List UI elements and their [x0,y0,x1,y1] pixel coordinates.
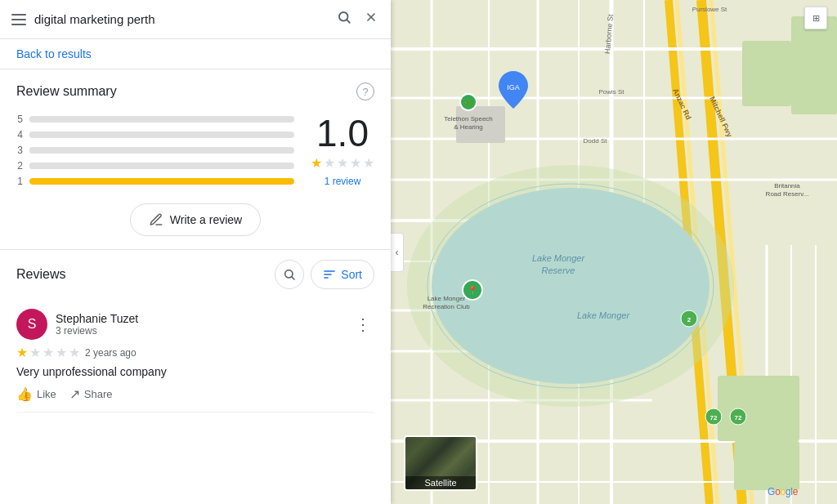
svg-rect-34 [742,41,791,106]
share-button[interactable]: ↗ Share [69,386,113,402]
svg-text:Purslowe St: Purslowe St [692,6,727,13]
svg-text:📍: 📍 [468,285,478,296]
svg-line-1 [347,20,349,22]
reviewer-name: Stephanie Tuzet [56,312,343,325]
collapse-panel-button[interactable]: ‹ [391,233,404,272]
search-input-wrap [34,12,327,26]
bar-fill [29,163,34,169]
svg-text:🌿: 🌿 [464,99,472,107]
like-label: Like [37,388,56,400]
star: ★ [363,155,374,171]
reviews-header: Reviews Sort [16,260,374,289]
svg-text:2: 2 [687,316,692,323]
share-icon: ↗ [69,386,80,402]
clear-search-button[interactable] [361,7,381,31]
rating-bar-row: 5 [16,114,294,125]
svg-rect-37 [734,441,799,490]
reviews-title: Reviews [16,267,65,282]
bar-fill [29,116,34,123]
close-icon [365,11,378,24]
svg-rect-35 [791,16,837,114]
reviewer-header: S Stephanie Tuzet 3 reviews ⋮ [16,309,374,340]
back-to-results-link[interactable]: Back to results [0,39,391,69]
bar-fill [29,147,34,154]
star: ★ [324,155,335,171]
rating-bar-row: 1 [16,176,294,187]
sort-icon [323,268,336,281]
reviewer-meta: 3 reviews [56,325,343,337]
review-star: ★ [69,345,80,360]
svg-point-33 [407,165,734,407]
search-bar [0,0,391,39]
bar-label: 2 [16,160,23,172]
write-review-button[interactable]: Write a review [130,203,261,236]
left-panel: Back to results Review summary ? 5 4 3 [0,0,391,504]
review-more-button[interactable]: ⋮ [351,311,374,337]
bar-label: 4 [16,129,23,140]
svg-text:& Hearing: & Hearing [454,123,483,131]
review-star: ★ [29,345,41,360]
svg-text:Lake Monger: Lake Monger [532,253,586,263]
bar-fill [29,132,34,138]
actions-row: Write a review [0,197,391,250]
svg-rect-36 [718,376,799,441]
map-layers-button[interactable]: ⊞ [804,7,827,29]
reviews-section: Reviews Sort S Steph [0,250,391,413]
svg-text:Dodd St: Dodd St [584,137,608,145]
review-star: ★ [16,345,28,360]
svg-line-5 [292,277,294,279]
big-rating-stars: ★★★★★ [311,155,374,171]
search-input[interactable] [34,12,327,26]
satellite-view-button[interactable]: Satellite [404,435,477,491]
bar-label: 3 [16,145,23,156]
rating-bar-row: 4 [16,129,294,140]
star: ★ [350,155,361,171]
bar-fill [29,178,294,185]
search-reviews-icon [283,268,296,281]
star: ★ [311,155,322,171]
svg-text:Reserve: Reserve [542,265,575,275]
sort-button[interactable]: Sort [311,260,374,289]
search-reviews-button[interactable] [275,260,304,289]
write-review-label: Write a review [170,213,242,226]
search-button[interactable] [333,7,355,32]
thumbs-up-icon: 👍 [16,386,33,402]
star: ★ [337,155,348,171]
review-stars-row: ★★★★★ 2 years ago [16,345,374,360]
review-count-link[interactable]: 1 review [325,176,361,187]
review-card: S Stephanie Tuzet 3 reviews ⋮ ★★★★★ 2 ye… [16,299,374,413]
review-star: ★ [43,345,54,360]
review-text: Very unprofessional company [16,365,374,378]
hamburger-menu-icon[interactable] [10,12,28,27]
rating-bar-row: 2 [16,160,294,172]
google-logo-g: G [768,486,775,497]
review-summary-title: Review summary [16,84,117,99]
svg-text:Lake Monger: Lake Monger [577,310,631,320]
svg-text:Lake Monger: Lake Monger [427,295,466,302]
svg-text:72: 72 [710,414,718,421]
bar-track [29,116,294,123]
bar-track [29,132,294,138]
bar-label: 5 [16,114,23,125]
review-summary-header: Review summary ? [16,83,374,100]
google-logo-e: e [793,486,798,497]
google-logo: Google [768,486,798,497]
review-stars: ★★★★★ [16,345,80,360]
review-summary-section: Review summary ? 5 4 3 2 [0,69,391,197]
rating-bar-row: 3 [16,145,294,156]
help-icon[interactable]: ? [356,83,374,100]
review-star: ★ [56,345,67,360]
big-rating-number: 1.0 [316,114,369,152]
rating-body: 5 4 3 2 1 1.0 [16,114,374,187]
bar-track [29,163,294,169]
rating-bars: 5 4 3 2 1 [16,114,294,187]
bar-label: 1 [16,176,23,187]
like-button[interactable]: 👍 Like [16,386,56,402]
share-label: Share [84,388,113,400]
bar-track [29,178,294,185]
big-rating: 1.0 ★★★★★ 1 review [311,114,374,187]
svg-text:IGA: IGA [507,83,520,91]
svg-text:Powis St: Powis St [598,88,624,96]
satellite-label: Satellite [405,476,476,489]
reviewer-info: Stephanie Tuzet 3 reviews [56,312,343,337]
